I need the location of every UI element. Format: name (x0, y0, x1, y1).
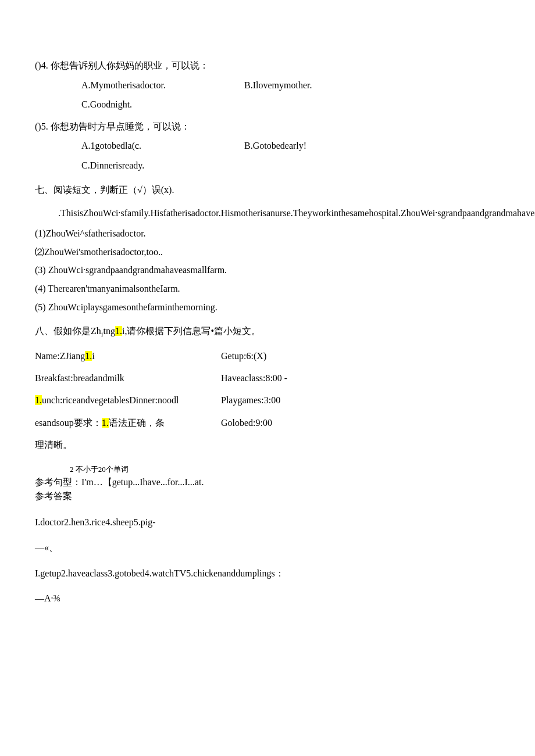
q4-option-b: B.Ilovemymother. (244, 78, 500, 93)
reference-block: 参考句型：I'm…【getup...Ihave...for...I...at. … (35, 475, 500, 503)
section-7-title: 七、阅读短文，判断正（√）误(x). (35, 182, 500, 198)
name-line: Name:ZJiang1.i (35, 347, 221, 365)
s7-item-2: ⑵ZhouWei'smotherisadoctor,too.. (35, 245, 500, 260)
answer-line-4: —A·⅜ (35, 591, 500, 606)
lunch-line: 1.unch:riceandvegetablesDinner:noodl (35, 392, 221, 409)
section-8-title: 八、假如你是Zhitng1.i,请你根据下列信息写•篇小短文。 (35, 324, 500, 341)
cut-line: 2 不小于20个单词 (35, 464, 500, 476)
s7-item-1: (1)ZhouWei^sfatherisadoctor. (35, 226, 500, 241)
q5-option-c: C.Dinnerisready. (81, 158, 144, 173)
col-left: Name:ZJiang1.i Breakfast:breadandmilk 1.… (35, 347, 221, 459)
highlight: 1. (102, 418, 109, 428)
req-line: esandsoup要求：1.语法正确，条 (35, 414, 221, 432)
highlight: 1. (85, 351, 92, 361)
q5-option-a: A.1gotobedla(c. (81, 138, 244, 153)
q5-options: A.1gotobedla(c. B.Gotobedearly! C.Dinner… (35, 138, 500, 173)
question-4: ()4. 你想告诉别人你妈妈的职业，可以说： A.Mymotherisadoct… (35, 58, 500, 112)
col-right: Getup:6:(X) Haveaclass:8:00 - Playgames:… (221, 347, 500, 459)
ref-answer: 参考答案 (35, 489, 500, 503)
getup-line: Getup:6:(X) (221, 347, 500, 365)
playgames-line: Playgames:3:00 (221, 392, 500, 409)
q5-header: ()5. 你想劝告时方早点睡觉，可以说： (35, 119, 500, 134)
s7-item-3: (3) ZhouWci·sgrandpaandgrandmahaveasmall… (35, 263, 500, 278)
answers-block: I.doctor2.hen3.rice4.sheep5.pig- —«、 I.g… (35, 515, 500, 605)
q4-option-a: A.Mymotherisadoctor. (81, 78, 244, 93)
q4-options: A.Mymotherisadoctor. B.Ilovemymother. C.… (35, 78, 500, 112)
gotobed-line: Golobed:9:00 (221, 414, 500, 432)
s7-item-4: (4) Therearen'tmanyanimalsontheIarm. (35, 281, 500, 296)
answer-line-3: I.getup2.haveaclass3.gotobed4.watchTV5.c… (35, 566, 500, 581)
q4-header: ()4. 你想告诉别人你妈妈的职业，可以说： (35, 58, 500, 73)
req-line-2: 理清晰。 (35, 436, 221, 454)
section-8-columns: Name:ZJiang1.i Breakfast:breadandmilk 1.… (35, 347, 500, 459)
answer-line-1: I.doctor2.hen3.rice4.sheep5.pig- (35, 515, 500, 530)
question-5: ()5. 你想劝告时方早点睡觉，可以说： A.1gotobedla(c. B.G… (35, 119, 500, 173)
highlight: 1. (115, 326, 122, 336)
section-7-passage: .ThisisZhouWci·sfamily.Hisfatherisadocto… (35, 204, 500, 223)
ref-sentence: 参考句型：I'm…【getup...Ihave...for...I...at. (35, 475, 500, 489)
s7-item-5: (5) ZhouWciplaysgamesonthefarminthemorni… (35, 300, 500, 315)
highlight: 1. (35, 395, 42, 405)
breakfast-line: Breakfast:breadandmilk (35, 370, 221, 387)
haveclass-line: Haveaclass:8:00 - (221, 370, 500, 387)
q4-option-c: C.Goodnight. (81, 97, 132, 112)
answer-line-2: —«、 (35, 540, 500, 556)
q5-option-b: B.Gotobedearly! (244, 138, 500, 153)
